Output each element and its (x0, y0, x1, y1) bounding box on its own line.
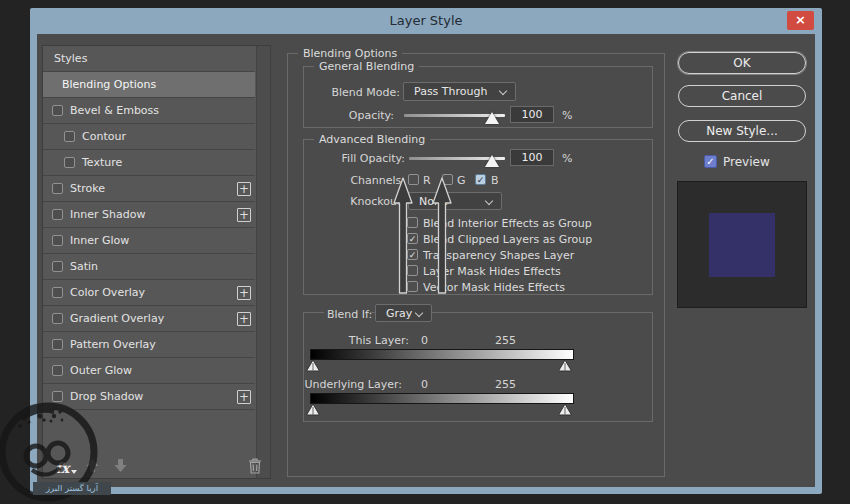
sidebar-item-pattern-overlay[interactable]: Pattern Overlay (43, 332, 255, 358)
satin-checkbox[interactable] (52, 261, 63, 272)
stroke-checkbox[interactable] (52, 183, 63, 194)
annotation-arrow-g-channel (431, 177, 453, 295)
channel-r-label: R (423, 174, 431, 187)
sidebar-item-blending-options[interactable]: Blending Options (43, 72, 255, 98)
dialog-titlebar: Layer Style × (30, 8, 822, 34)
underlying-min: 0 (421, 378, 428, 391)
this-layer-high-thumb[interactable] (558, 360, 572, 372)
sidebar-item-bevel-emboss[interactable]: Bevel & Emboss (43, 98, 255, 124)
blend-if-label: Blend If: (324, 308, 370, 321)
chevron-down-icon (485, 197, 493, 205)
advanced-blending-group: Advanced Blending Fill Opacity: % Channe… (303, 139, 653, 295)
underlying-max: 255 (495, 378, 516, 391)
dialog-body: Styles Blending Options Bevel & Emboss C… (37, 34, 815, 487)
inner-shadow-checkbox[interactable] (52, 209, 63, 220)
blend-mode-dropdown[interactable]: Pass Through (403, 82, 516, 101)
this-layer-min: 0 (421, 334, 428, 347)
sidebar-item-inner-shadow[interactable]: Inner Shadow + (43, 202, 255, 228)
this-layer-label: This Layer: (304, 334, 409, 347)
channel-g-label: G (457, 174, 466, 187)
screenshot-stage: Layer Style × Styles Blending Options Be… (0, 0, 850, 504)
sidebar-item-outer-glow[interactable]: Outer Glow (43, 358, 255, 384)
add-drop-shadow-icon[interactable]: + (237, 390, 251, 404)
preview-label: Preview (723, 155, 770, 169)
blend-if-dropdown[interactable]: Gray (375, 304, 432, 322)
underlying-gradient-bar (310, 393, 574, 404)
sidebar-item-texture[interactable]: Texture (43, 150, 255, 176)
add-stroke-icon[interactable]: + (237, 182, 251, 196)
blending-options-title: Blending Options (298, 47, 402, 60)
sidebar-item-inner-glow[interactable]: Inner Glow (43, 228, 255, 254)
cancel-button[interactable]: Cancel (678, 85, 806, 107)
fill-opacity-slider[interactable] (409, 157, 505, 160)
fill-opacity-slider-thumb[interactable] (485, 155, 499, 167)
underlying-layer-label: Underlying Layer: (304, 378, 402, 391)
fill-opacity-label: Fill Opacity: (304, 152, 405, 165)
color-overlay-checkbox[interactable] (52, 287, 63, 298)
dialog-title: Layer Style (30, 13, 822, 28)
channels-label: Channels: (304, 174, 405, 187)
preview-layer-swatch (709, 213, 775, 277)
ok-button[interactable]: OK (678, 52, 806, 74)
add-inner-shadow-icon[interactable]: + (237, 208, 251, 222)
fill-opacity-input[interactable] (510, 149, 554, 166)
general-blending-group: General Blending Blend Mode: Pass Throug… (303, 66, 653, 128)
advanced-blending-legend: Advanced Blending (314, 133, 430, 146)
contour-checkbox[interactable] (64, 131, 75, 142)
layer-style-dialog: Layer Style × Styles Blending Options Be… (30, 8, 822, 494)
sidebar-item-gradient-overlay[interactable]: Gradient Overlay + (43, 306, 255, 332)
sidebar-item-color-overlay[interactable]: Color Overlay + (43, 280, 255, 306)
this-layer-max: 255 (495, 334, 516, 347)
opacity-slider-thumb[interactable] (485, 112, 499, 124)
opacity-input[interactable] (510, 106, 554, 123)
move-effect-down-icon[interactable] (113, 458, 128, 473)
knockout-label: Knockout: (304, 195, 405, 208)
underlying-low-thumb[interactable] (306, 404, 320, 416)
underlying-high-thumb[interactable] (558, 404, 572, 416)
watermark-badge: آریا گستر البرز (33, 482, 111, 495)
this-layer-gradient-bar (310, 349, 574, 360)
opacity-percent: % (562, 109, 572, 122)
sidebar-item-stroke[interactable]: Stroke + (43, 176, 255, 202)
preview-checkbox[interactable]: ✓ (704, 155, 717, 168)
sidebar-scrollbar[interactable] (256, 46, 270, 478)
general-blending-legend: General Blending (314, 60, 419, 73)
channel-b-checkbox[interactable]: ✓ (475, 174, 486, 185)
new-style-button[interactable]: New Style... (678, 120, 806, 142)
outer-glow-checkbox[interactable] (52, 365, 63, 376)
blend-mode-label: Blend Mode: (304, 86, 400, 99)
close-button[interactable]: × (787, 11, 814, 30)
chevron-down-icon (415, 309, 423, 317)
chevron-down-icon (499, 87, 507, 95)
pattern-overlay-checkbox[interactable] (52, 339, 63, 350)
preview-thumbnail (677, 181, 807, 308)
add-color-overlay-icon[interactable]: + (237, 286, 251, 300)
this-layer-low-thumb[interactable] (306, 360, 320, 372)
opacity-slider[interactable] (404, 114, 505, 117)
sidebar-item-satin[interactable]: Satin (43, 254, 255, 280)
channel-b-label: B (491, 174, 499, 187)
inner-glow-checkbox[interactable] (52, 235, 63, 246)
sidebar-list: Styles Blending Options Bevel & Emboss C… (43, 46, 255, 410)
blending-options-panel: Blending Options General Blending Blend … (287, 53, 665, 477)
sidebar-item-styles[interactable]: Styles (43, 46, 255, 72)
opacity-label: Opacity: (304, 109, 394, 122)
knockout-dropdown[interactable]: None (408, 192, 502, 210)
gradient-overlay-checkbox[interactable] (52, 313, 63, 324)
add-gradient-overlay-icon[interactable]: + (237, 312, 251, 326)
fill-opacity-percent: % (562, 152, 572, 165)
annotation-arrow-r-channel (392, 177, 414, 295)
sidebar-item-contour[interactable]: Contour (43, 124, 255, 150)
bevel-emboss-checkbox[interactable] (52, 105, 63, 116)
delete-effect-icon[interactable] (248, 458, 262, 474)
blend-if-group: Blend If: Gray This Layer: 0 255 Underly… (303, 312, 653, 422)
texture-checkbox[interactable] (64, 157, 75, 168)
